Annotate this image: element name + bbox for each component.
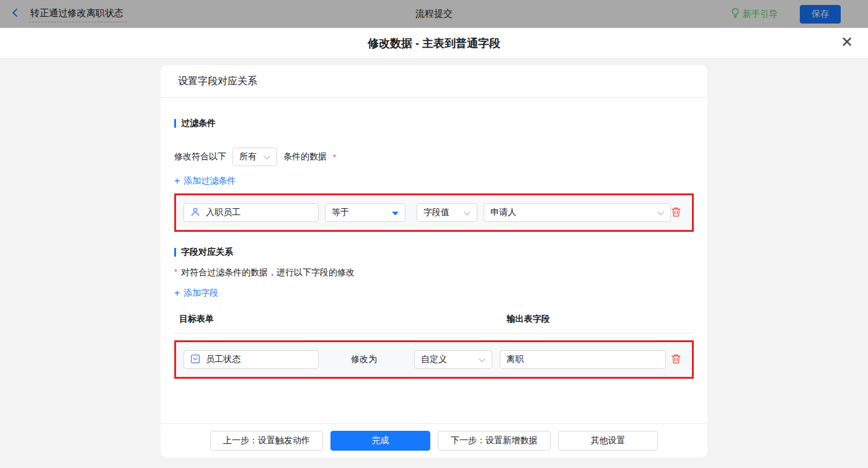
section-accent-bar: [174, 248, 176, 257]
modal-body: 设置字段对应关系 过滤条件 修改符合以下 所有 条件的数据: [0, 59, 868, 468]
card-content: 过滤条件 修改符合以下 所有 条件的数据 * + 添加过滤条件: [161, 98, 707, 423]
match-rule-row: 修改符合以下 所有 条件的数据 *: [174, 148, 694, 166]
delete-mapping-button[interactable]: [671, 353, 681, 366]
select-box-icon: [190, 354, 200, 366]
modal-title: 修改数据 - 主表到普通字段: [368, 36, 500, 51]
target-form-column-header: 目标表单: [179, 314, 507, 325]
person-icon: [190, 207, 200, 219]
required-asterisk: *: [174, 267, 177, 276]
other-settings-button[interactable]: 其他设置: [558, 431, 658, 451]
required-asterisk: *: [333, 152, 336, 162]
caret-down-filled-icon: [392, 208, 399, 218]
output-field-column-header: 输出表字段: [507, 314, 550, 325]
prev-step-button[interactable]: 上一步：设置触发动作: [210, 431, 323, 451]
match-prefix-label: 修改符合以下: [174, 151, 226, 162]
chevron-down-icon: [264, 152, 270, 162]
condition-field-select[interactable]: 入职员工: [184, 203, 319, 222]
settings-card: 设置字段对应关系 过滤条件 修改符合以下 所有 条件的数据: [161, 65, 707, 457]
plus-icon: +: [174, 176, 180, 186]
field-mapping-highlight-box: 员工状态 修改为 自定义: [174, 340, 694, 379]
custom-value-input[interactable]: [500, 350, 666, 369]
value-type-select[interactable]: 字段值: [417, 203, 477, 222]
mapping-column-headers: 目标表单 输出表字段: [174, 314, 694, 333]
match-scope-select[interactable]: 所有: [232, 148, 277, 166]
chevron-down-icon: [464, 208, 471, 218]
match-suffix-label: 条件的数据: [283, 151, 327, 162]
mapping-section-title: 字段对应关系: [174, 247, 694, 258]
edit-data-modal: 修改数据 - 主表到普通字段 ✕ 设置字段对应关系 过滤条件 修改符合以下 所有: [0, 28, 868, 468]
delete-condition-button[interactable]: [671, 206, 681, 219]
card-footer: 上一步：设置触发动作 完成 下一步：设置新增数据 其他设置: [161, 423, 707, 457]
card-title: 设置字段对应关系: [161, 65, 707, 98]
done-button[interactable]: 完成: [330, 431, 430, 451]
plus-icon: +: [174, 288, 180, 298]
value-mode-select[interactable]: 自定义: [414, 350, 492, 369]
modal-header: 修改数据 - 主表到普通字段 ✕: [0, 28, 868, 59]
modify-to-label: 修改为: [351, 354, 377, 365]
close-icon[interactable]: ✕: [841, 35, 853, 50]
filter-condition-highlight-box: 入职员工 等于 字段值 申请人: [174, 193, 694, 232]
add-filter-condition-link[interactable]: + 添加过滤条件: [174, 175, 236, 187]
chevron-down-icon: [657, 208, 664, 218]
mapping-description: * 对符合过滤条件的数据，进行以下字段的修改: [174, 267, 694, 278]
section-accent-bar: [174, 119, 176, 128]
trash-icon: [671, 206, 681, 219]
next-step-button[interactable]: 下一步：设置新增数据: [438, 431, 551, 451]
operator-select[interactable]: 等于: [325, 203, 405, 222]
chevron-down-icon: [479, 355, 485, 364]
filter-section-title: 过滤条件: [174, 118, 694, 129]
target-field-select[interactable]: 员工状态: [184, 350, 319, 369]
condition-value-select[interactable]: 申请人: [484, 203, 671, 222]
dim-overlay: [0, 0, 868, 28]
trash-icon: [671, 353, 681, 366]
add-field-link[interactable]: + 添加字段: [174, 288, 218, 299]
